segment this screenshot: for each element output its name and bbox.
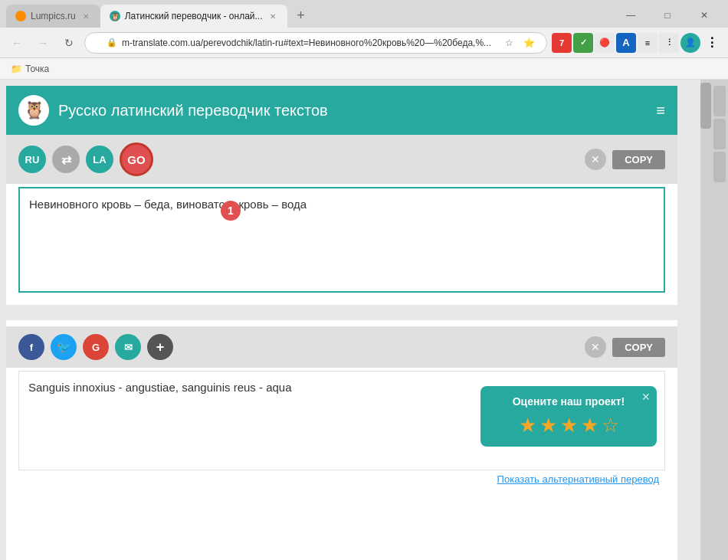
tab-lumpics-label: Lumpics.ru	[31, 11, 76, 21]
app-title: Русско латинский переводчик текстов	[58, 102, 328, 120]
stripe-3	[713, 152, 726, 182]
rating-popup: ✕ Оцените наш проект! ★ ★ ★ ★ ☆	[480, 386, 657, 447]
tab-lumpics-close[interactable]: ✕	[80, 11, 91, 21]
ext-icon-1[interactable]: 7	[552, 33, 572, 53]
lang-la-button[interactable]: LA	[86, 146, 113, 173]
tab-translator-close[interactable]: ✕	[267, 11, 278, 21]
star-3[interactable]: ★	[560, 414, 578, 437]
output-section: Sanguis innoxius - angustiae, sanguinis …	[18, 371, 665, 488]
app-header-left: 🦉 Русско латинский переводчик текстов	[18, 95, 328, 126]
rating-stars: ★ ★ ★ ★ ☆	[493, 414, 644, 437]
menu-icon[interactable]: ⋮	[702, 33, 722, 53]
rating-title: Оцените наш проект!	[493, 395, 644, 408]
tab-translator[interactable]: 🦉 Латинский переводчик - онлай... ✕	[100, 5, 287, 28]
output-text: Sanguis innoxius - angustiae, sanguinis …	[28, 381, 292, 394]
maximize-button[interactable]: □	[650, 3, 685, 28]
alt-translation-section: Показать альтернативный перевод	[18, 470, 665, 488]
content-area: 🦉 Русско латинский переводчик текстов ≡ …	[0, 80, 728, 560]
ext-icon-6[interactable]: ⋮	[659, 33, 679, 53]
star-2[interactable]: ★	[539, 414, 557, 437]
ext-icon-5[interactable]: ≡	[638, 33, 657, 53]
extension-icon[interactable]: ⭐	[520, 34, 537, 51]
address-field[interactable]: 🔒 m-translate.com.ua/perevodchik/latin-r…	[84, 32, 547, 54]
hamburger-menu[interactable]: ≡	[656, 102, 665, 120]
reload-button[interactable]: ↻	[58, 32, 80, 54]
translator-app: 🦉 Русско латинский переводчик текстов ≡ …	[6, 86, 677, 560]
star-4[interactable]: ★	[581, 414, 598, 437]
window-controls: — □ ✕	[613, 3, 722, 28]
bookmark-folder-icon: 📁	[11, 64, 22, 74]
tab-lumpics[interactable]: Lumpics.ru ✕	[6, 5, 100, 28]
app-header: 🦉 Русско латинский переводчик текстов ≡	[6, 86, 677, 135]
swap-button[interactable]: ⇄	[52, 146, 80, 173]
address-bar: ← → ↻ 🔒 m-translate.com.ua/perevodchik/l…	[0, 28, 728, 58]
input-section: 1	[6, 187, 677, 293]
page-content: 🦉 Русско латинский переводчик текстов ≡ …	[0, 80, 700, 560]
tabs-bar: Lumpics.ru ✕ 🦉 Латинский переводчик - он…	[0, 0, 728, 28]
lang-ru-button[interactable]: RU	[18, 146, 46, 173]
bookmark-label: Точка	[25, 64, 49, 74]
lumpics-favicon	[15, 11, 26, 21]
close-button[interactable]: ✕	[687, 3, 722, 28]
scrollbar-thumb[interactable]	[700, 83, 711, 129]
output-controls: f 🐦 G ✉ + ✕ COPY	[6, 326, 677, 368]
bookmarks-bar: 📁 Точка	[0, 58, 728, 80]
browser-window: Lumpics.ru ✕ 🦉 Латинский переводчик - он…	[0, 0, 728, 560]
output-text-container: Sanguis innoxius - angustiae, sanguinis …	[18, 371, 665, 470]
section-divider	[6, 305, 677, 320]
new-tab-button[interactable]: +	[290, 5, 312, 26]
scrollbar[interactable]	[700, 80, 711, 560]
ext-icon-4[interactable]: A	[616, 33, 636, 53]
input-text-container	[18, 187, 665, 293]
go-button[interactable]: GO	[120, 142, 153, 176]
forward-button[interactable]: →	[32, 32, 54, 54]
output-clear-button[interactable]: ✕	[585, 336, 606, 358]
address-icons: ☆ ⭐	[500, 34, 537, 51]
input-copy-button[interactable]: COPY	[612, 150, 665, 169]
plus-button[interactable]: +	[147, 334, 173, 360]
address-text: m-translate.com.ua/perevodchik/latin-ru#…	[122, 38, 491, 48]
user-avatar[interactable]: 👤	[680, 33, 700, 53]
back-button[interactable]: ←	[6, 32, 28, 54]
input-textarea[interactable]	[20, 188, 664, 288]
output-copy-button[interactable]: COPY	[612, 338, 665, 357]
twitter-button[interactable]: 🐦	[51, 334, 77, 360]
bookmark-point[interactable]: 📁 Точка	[6, 62, 54, 76]
owl-logo: 🦉	[18, 95, 49, 126]
ext-icon-2[interactable]: ✓	[573, 33, 593, 53]
star-5[interactable]: ☆	[602, 414, 619, 437]
stripe-2	[713, 119, 726, 149]
step1-badge: 1	[221, 201, 241, 221]
star-icon[interactable]: ☆	[500, 34, 517, 51]
google-button[interactable]: G	[83, 334, 109, 360]
facebook-button[interactable]: f	[18, 334, 44, 360]
stripe-1	[713, 86, 726, 116]
extensions-bar: 7 ✓ 🔴 A ≡ ⋮ 👤 ⋮	[552, 33, 722, 53]
minimize-button[interactable]: —	[613, 3, 648, 28]
alt-translation-link[interactable]: Показать альтернативный перевод	[497, 473, 659, 485]
tab-translator-label: Латинский переводчик - онлай...	[125, 11, 263, 21]
input-controls: RU ⇄ LA GO ✕ COPY	[6, 135, 677, 184]
rating-close-button[interactable]: ✕	[641, 391, 651, 403]
star-1[interactable]: ★	[519, 414, 536, 437]
lock-icon: 🔒	[107, 38, 117, 47]
input-clear-button[interactable]: ✕	[585, 149, 606, 170]
sidebar-stripes	[711, 80, 728, 560]
mail-button[interactable]: ✉	[115, 334, 141, 360]
translator-favicon: 🦉	[110, 11, 120, 21]
ext-icon-3[interactable]: 🔴	[595, 33, 615, 53]
